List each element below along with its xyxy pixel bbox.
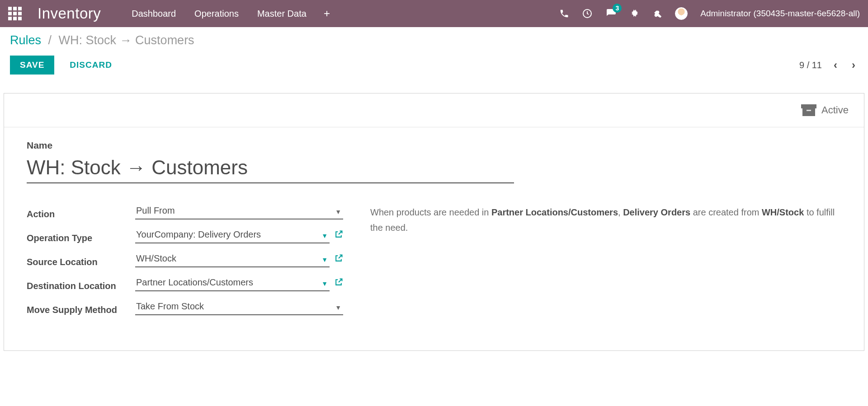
- field-move-supply-method: Move Supply Method Take From Stock ▼: [27, 299, 343, 315]
- phone-icon[interactable]: [559, 9, 569, 19]
- caret-down-icon: ▼: [335, 208, 341, 215]
- control-panel: Rules / WH: Stock → Customers SAVE DISCA…: [0, 27, 868, 83]
- caret-down-icon: ▼: [321, 256, 328, 263]
- desc-t3: are created from: [690, 207, 762, 217]
- clock-icon[interactable]: [582, 8, 593, 19]
- form-sheet: Active Name Action Pull From ▼ Operation: [4, 93, 864, 351]
- top-nav: Inventory Dashboard Operations Master Da…: [0, 0, 868, 27]
- desc-t2: ,: [618, 207, 623, 217]
- move-supply-method-select[interactable]: Take From Stock ▼: [135, 299, 343, 315]
- field-destination-location: Destination Location Partner Locations/C…: [27, 275, 343, 291]
- nav-menu: Dashboard Operations Master Data: [123, 5, 315, 23]
- breadcrumb-root[interactable]: Rules: [10, 33, 41, 47]
- move-supply-method-value: Take From Stock: [136, 301, 204, 311]
- desc-t1: When products are needed in: [370, 207, 491, 217]
- destination-location-value: Partner Locations/Customers: [136, 277, 253, 287]
- caret-down-icon: ▼: [321, 232, 328, 239]
- active-toggle[interactable]: Active: [802, 104, 849, 116]
- action-value: Pull From: [136, 205, 175, 215]
- action-label: Action: [27, 209, 135, 219]
- external-link-icon[interactable]: [334, 254, 343, 265]
- sheet-body: Name Action Pull From ▼ Operation Type: [4, 127, 864, 350]
- rule-description: When products are needed in Partner Loca…: [370, 204, 841, 323]
- messages-icon[interactable]: 3: [605, 8, 617, 19]
- pager-position: 9 / 11: [799, 60, 822, 70]
- nav-operations[interactable]: Operations: [186, 5, 247, 23]
- save-button[interactable]: SAVE: [10, 56, 54, 75]
- form-scroll[interactable]: Active Name Action Pull From ▼ Operation: [0, 83, 868, 406]
- pager: 9 / 11 ‹ ›: [799, 59, 858, 71]
- desc-b3: WH/Stock: [762, 207, 804, 217]
- archive-icon: [802, 104, 815, 116]
- action-select[interactable]: Pull From ▼: [135, 204, 343, 219]
- source-location-label: Source Location: [27, 257, 135, 267]
- bug-icon[interactable]: [630, 9, 640, 19]
- destination-location-select[interactable]: Partner Locations/Customers ▼: [135, 275, 330, 291]
- caret-down-icon: ▼: [335, 304, 341, 311]
- active-label: Active: [821, 104, 849, 116]
- nav-dashboard[interactable]: Dashboard: [123, 5, 184, 23]
- pager-next-icon[interactable]: ›: [849, 59, 858, 71]
- status-row: Active: [4, 93, 864, 127]
- breadcrumb-sep: /: [48, 33, 52, 47]
- avatar[interactable]: [675, 7, 688, 20]
- operation-type-label: Operation Type: [27, 233, 135, 243]
- field-operation-type: Operation Type YourCompany: Delivery Ord…: [27, 228, 343, 243]
- app-brand[interactable]: Inventory: [38, 5, 101, 22]
- nav-right: 3 Administrator (350435-master-6e5628-al…: [559, 7, 860, 20]
- external-link-icon[interactable]: [334, 230, 343, 241]
- external-link-icon[interactable]: [334, 278, 343, 289]
- pager-prev-icon[interactable]: ‹: [831, 59, 840, 71]
- source-location-select[interactable]: WH/Stock ▼: [135, 252, 330, 267]
- desc-b2: Delivery Orders: [623, 207, 690, 217]
- destination-location-label: Destination Location: [27, 281, 135, 291]
- operation-type-value: YourCompany: Delivery Orders: [136, 229, 261, 239]
- messages-badge: 3: [613, 4, 622, 13]
- caret-down-icon: ▼: [321, 280, 328, 287]
- action-row: SAVE DISCARD 9 / 11 ‹ ›: [10, 56, 858, 75]
- form-grid: Action Pull From ▼ Operation Type YourCo…: [27, 204, 841, 323]
- field-source-location: Source Location WH/Stock ▼: [27, 252, 343, 267]
- move-supply-method-label: Move Supply Method: [27, 305, 135, 315]
- apps-icon[interactable]: [8, 7, 22, 20]
- discard-button[interactable]: DISCARD: [60, 56, 122, 75]
- name-label: Name: [27, 140, 841, 151]
- source-location-value: WH/Stock: [136, 253, 176, 263]
- field-action: Action Pull From ▼: [27, 204, 343, 219]
- breadcrumb: Rules / WH: Stock → Customers: [10, 33, 858, 47]
- nav-new-icon[interactable]: +: [315, 7, 339, 20]
- left-column: Action Pull From ▼ Operation Type YourCo…: [27, 204, 343, 323]
- nav-master-data[interactable]: Master Data: [249, 5, 315, 23]
- user-menu[interactable]: Administrator (350435-master-6e5628-all): [700, 9, 860, 19]
- name-input[interactable]: [27, 155, 514, 183]
- operation-type-select[interactable]: YourCompany: Delivery Orders ▼: [135, 228, 330, 243]
- desc-b1: Partner Locations/Customers: [491, 207, 618, 217]
- tools-icon[interactable]: [652, 9, 662, 19]
- breadcrumb-current: WH: Stock → Customers: [59, 33, 194, 47]
